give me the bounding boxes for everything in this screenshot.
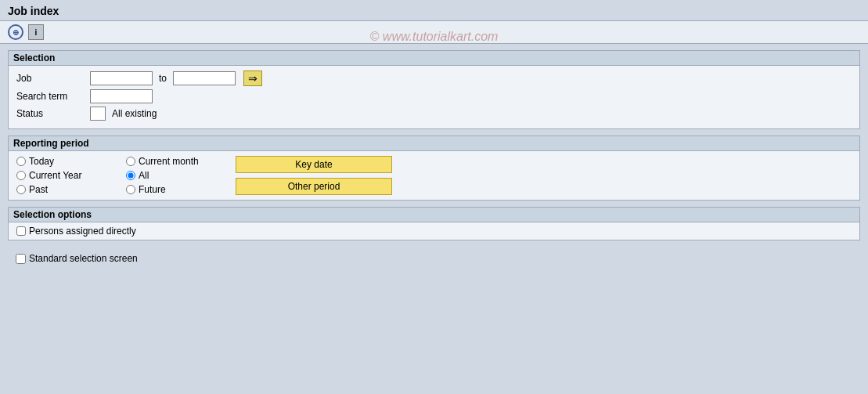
- reporting-period-body: Today Current month Current Year All Pas…: [9, 151, 859, 200]
- current-month-radio[interactable]: [126, 157, 135, 166]
- today-radio[interactable]: [16, 157, 26, 166]
- selection-title: Selection: [9, 51, 859, 66]
- main-content: Selection Job to ⇒ Search term Status Al…: [0, 44, 868, 273]
- job-row: Job to ⇒: [16, 70, 852, 86]
- current-month-label: Current month: [139, 156, 199, 167]
- to-label: to: [159, 73, 167, 84]
- today-radio-row: Today: [16, 156, 126, 167]
- other-period-button[interactable]: Other period: [236, 178, 392, 195]
- all-existing-text: All existing: [112, 108, 157, 119]
- past-radio-row: Past: [16, 184, 126, 195]
- navigate-button[interactable]: ⇒: [243, 70, 262, 86]
- persons-assigned-label: Persons assigned directly: [29, 226, 136, 237]
- past-label: Past: [29, 184, 48, 195]
- all-radio[interactable]: [126, 171, 135, 180]
- status-label: Status: [16, 108, 87, 119]
- page-title: Job index: [0, 0, 868, 20]
- selection-section: Selection Job to ⇒ Search term Status Al…: [8, 50, 860, 129]
- today-label: Today: [29, 156, 54, 167]
- standard-selection-checkbox[interactable]: [16, 254, 26, 264]
- reporting-period-section: Reporting period Today Current month Cur…: [8, 136, 860, 201]
- key-date-button[interactable]: Key date: [236, 156, 392, 173]
- job-label: Job: [16, 73, 87, 84]
- period-buttons: Key date Other period: [236, 156, 392, 195]
- future-radio-row: Future: [126, 184, 236, 195]
- selection-options-title: Selection options: [9, 208, 859, 222]
- current-year-radio-row: Current Year: [16, 170, 126, 181]
- selection-options-section: Selection options Persons assigned direc…: [8, 207, 860, 240]
- current-month-radio-row: Current month: [126, 156, 236, 167]
- compass-icon[interactable]: ⊕: [8, 24, 23, 40]
- info-icon[interactable]: i: [28, 24, 44, 40]
- job-to-input[interactable]: [173, 71, 236, 85]
- toolbar: ⊕ i © www.tutorialkart.com: [0, 20, 868, 44]
- future-radio[interactable]: [126, 185, 135, 194]
- search-term-label: Search term: [16, 91, 87, 102]
- persons-assigned-row: Persons assigned directly: [9, 222, 859, 240]
- standard-selection-label: Standard selection screen: [29, 253, 138, 264]
- status-row: Status All existing: [16, 107, 852, 121]
- all-label: All: [139, 170, 149, 181]
- current-year-radio[interactable]: [16, 171, 26, 180]
- status-input[interactable]: [90, 107, 106, 121]
- standard-selection-row: Standard selection screen: [8, 247, 860, 267]
- job-input[interactable]: [90, 71, 153, 85]
- all-radio-row: All: [126, 170, 236, 181]
- current-year-label: Current Year: [29, 170, 81, 181]
- persons-assigned-checkbox[interactable]: [16, 226, 26, 236]
- reporting-period-title: Reporting period: [9, 136, 859, 151]
- search-term-input[interactable]: [90, 89, 153, 103]
- watermark: © www.tutorialkart.com: [370, 30, 499, 44]
- future-label: Future: [139, 184, 166, 195]
- search-term-row: Search term: [16, 89, 852, 103]
- past-radio[interactable]: [16, 185, 26, 194]
- selection-body: Job to ⇒ Search term Status All existing: [9, 66, 859, 128]
